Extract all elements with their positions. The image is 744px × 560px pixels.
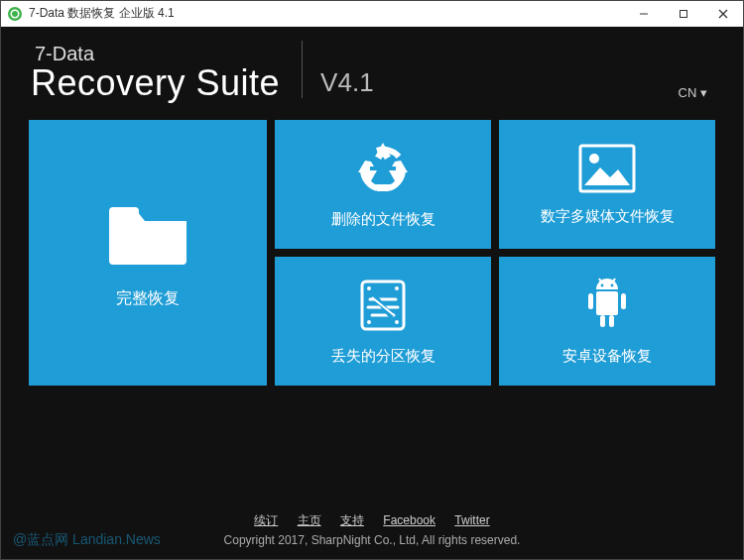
svg-point-15 [367, 320, 371, 324]
tile-media-recovery[interactable]: 数字多媒体文件恢复 [499, 120, 715, 249]
svg-rect-22 [600, 315, 605, 327]
svg-rect-20 [588, 293, 593, 309]
footer-links: 续订 主页 支持 Facebook Twitter [11, 512, 733, 529]
footer-link-renew[interactable]: 续订 [254, 513, 278, 527]
tile-android-recovery[interactable]: 安卓设备恢复 [499, 257, 715, 386]
app-body: 7-Data Recovery Suite V4.1 CN ▾ 完整恢复 [1, 27, 743, 559]
svg-rect-19 [596, 291, 618, 315]
window-controls [624, 1, 743, 26]
disk-icon [358, 278, 408, 333]
version-label: V4.1 [320, 67, 374, 102]
tile-label: 丢失的分区恢复 [331, 347, 435, 366]
language-switch[interactable]: CN ▾ [679, 85, 707, 100]
tile-label: 完整恢复 [116, 288, 180, 309]
tile-partition-recovery[interactable]: 丢失的分区恢复 [275, 257, 491, 386]
app-window: 7-Data 数据恢复 企业版 4.1 7-Data Recovery Suit… [0, 0, 744, 560]
app-icon [7, 6, 23, 22]
tile-full-recovery[interactable]: 完整恢复 [29, 120, 267, 386]
close-button[interactable] [703, 1, 743, 26]
footer-link-twitter[interactable]: Twitter [454, 513, 489, 527]
folder-icon [105, 197, 190, 265]
svg-point-2 [12, 11, 18, 17]
tiles-grid: 完整恢复 [11, 120, 733, 501]
header: 7-Data Recovery Suite V4.1 CN ▾ [11, 35, 733, 120]
android-icon [582, 278, 632, 333]
footer-link-support[interactable]: 支持 [340, 513, 364, 527]
tile-label: 安卓设备恢复 [562, 347, 652, 366]
window-title: 7-Data 数据恢复 企业版 4.1 [29, 5, 175, 22]
maximize-button[interactable] [664, 1, 703, 26]
brand-small: 7-Data [35, 44, 280, 64]
brand-block: 7-Data Recovery Suite [31, 44, 280, 102]
brand-big: Recovery Suite [31, 64, 280, 102]
svg-rect-23 [609, 315, 614, 327]
svg-rect-21 [621, 293, 626, 309]
svg-rect-4 [681, 10, 687, 17]
tile-deleted-recovery[interactable]: 删除的文件恢复 [275, 120, 491, 249]
footer-link-home[interactable]: 主页 [298, 513, 321, 527]
svg-point-14 [395, 286, 399, 290]
media-image-icon [578, 144, 636, 193]
svg-point-13 [367, 286, 371, 290]
recycle-icon [355, 141, 411, 196]
tile-label: 数字多媒体文件恢复 [541, 207, 675, 226]
svg-point-16 [395, 320, 399, 324]
svg-point-25 [611, 283, 614, 286]
footer-link-facebook[interactable]: Facebook [383, 513, 435, 527]
svg-point-11 [589, 154, 599, 164]
titlebar: 7-Data 数据恢复 企业版 4.1 [1, 1, 743, 27]
svg-point-24 [601, 283, 604, 286]
header-divider [302, 41, 303, 98]
tile-label: 删除的文件恢复 [331, 210, 435, 229]
minimize-button[interactable] [624, 1, 664, 26]
copyright-text: Copyright 2017, SharpNight Co., Ltd, All… [11, 533, 733, 547]
footer: 续订 主页 支持 Facebook Twitter Copyright 2017… [11, 501, 733, 553]
